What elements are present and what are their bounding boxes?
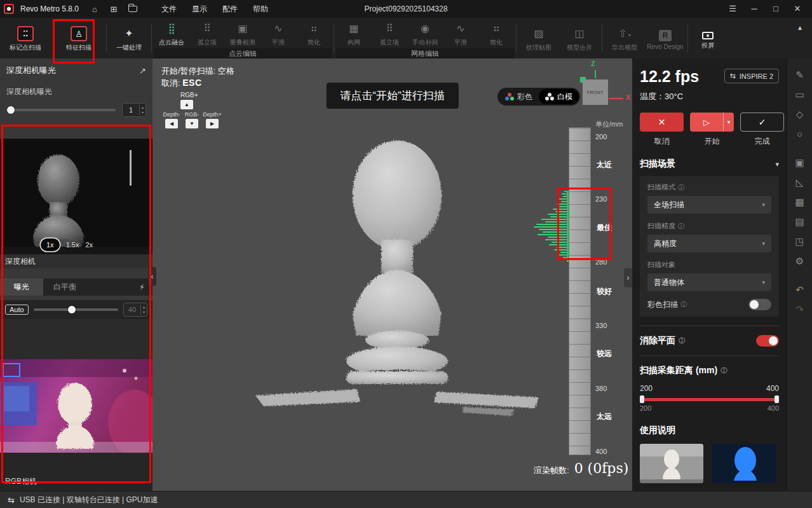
texture-map-button[interactable]: ▨ 纹理贴图 bbox=[518, 24, 559, 52]
open-folder-icon[interactable] bbox=[125, 2, 141, 16]
app-logo-icon bbox=[4, 4, 14, 14]
temperature-row: 温度：30°C bbox=[640, 91, 779, 102]
distance-max-sublabel: 400 bbox=[768, 404, 779, 412]
polygon-select-icon[interactable]: ◇ bbox=[796, 109, 804, 120]
scan-mode-select[interactable]: 全场扫描 ▾ bbox=[647, 196, 771, 214]
spinner-up-icon[interactable]: ▴ bbox=[140, 105, 145, 110]
pc-overlap-button[interactable]: ▣ 重叠检测 bbox=[225, 19, 261, 47]
clipboard-icon[interactable]: ▤ bbox=[795, 217, 804, 227]
cast-screen-button[interactable]: 投屏 bbox=[690, 26, 726, 50]
scan-scene-title: 扫描场景 bbox=[640, 158, 675, 170]
zoom-2x-button[interactable]: 2x bbox=[85, 238, 93, 251]
toolbar-collapse-icon[interactable]: ▴ bbox=[788, 18, 812, 37]
close-button[interactable]: ✕ bbox=[787, 0, 808, 18]
feature-scan-button[interactable]: ♙ 特征扫描 bbox=[58, 24, 99, 52]
undo-icon[interactable]: ↶ bbox=[795, 285, 804, 295]
minimize-button[interactable]: ─ bbox=[743, 0, 765, 18]
marker-scan-button[interactable]: ⠭ 标记点扫描 bbox=[5, 24, 46, 52]
depth-exposure-sublabel: 深度相机曝光 bbox=[6, 86, 52, 97]
marker-scan-icon: ⠭ bbox=[17, 26, 34, 41]
device-badge[interactable]: ⇆ INSPIRE 2 bbox=[724, 69, 779, 83]
menu-file[interactable]: 文件 bbox=[154, 1, 184, 17]
tab-white-balance[interactable]: 白平衡 bbox=[43, 278, 86, 296]
tab-exposure[interactable]: 曝光 bbox=[0, 278, 43, 296]
depth-exposure-slider[interactable] bbox=[6, 109, 116, 111]
mesh-build-button[interactable]: ▦ 构网 bbox=[336, 19, 372, 47]
cancel-scan-button[interactable]: ✕ bbox=[640, 113, 684, 132]
scan-scene-header[interactable]: 扫描场景 ▾ bbox=[640, 158, 779, 170]
lasso-select-icon[interactable]: ✎ bbox=[795, 70, 804, 80]
color-scan-toggle[interactable] bbox=[748, 299, 771, 310]
dpad-right-button[interactable]: ▶ bbox=[206, 119, 219, 128]
export-model-button[interactable]: ⇧▾ 导出模型 bbox=[604, 24, 645, 52]
pc-smooth-button[interactable]: ∿ 平滑 bbox=[261, 19, 296, 47]
menu-display[interactable]: 显示 bbox=[184, 1, 215, 17]
rgb-exposure-slider[interactable] bbox=[34, 308, 118, 311]
distance-max-handle[interactable] bbox=[775, 395, 779, 403]
start-more-icon[interactable]: ▾ bbox=[723, 113, 734, 132]
dpad-up-button[interactable]: ▲ bbox=[180, 100, 193, 109]
triangle-cut-icon[interactable]: ◺ bbox=[796, 177, 804, 188]
render-frame-counter: 渲染帧数: 0 (0fps) bbox=[534, 460, 628, 476]
crop-plane-icon[interactable]: ▣ bbox=[795, 158, 804, 168]
turntable-settings-icon[interactable]: ⚙ bbox=[795, 256, 804, 266]
ellipse-select-icon[interactable]: ○ bbox=[797, 129, 802, 139]
popout-icon[interactable]: ↗ bbox=[139, 66, 146, 76]
distance-min-handle[interactable] bbox=[640, 395, 644, 403]
rgb-exposure-knob[interactable] bbox=[68, 306, 76, 313]
pc-simplify-button[interactable]: ⠶ 简化 bbox=[296, 19, 332, 47]
complete-scan-button[interactable]: ✓ bbox=[740, 113, 784, 132]
remove-plane-label: 消除平面 bbox=[640, 335, 675, 347]
zoom-1x-button[interactable]: 1x bbox=[41, 238, 60, 251]
mesh-fill-hole-button[interactable]: ◉ 手动补洞 bbox=[407, 19, 443, 47]
scan-object-select[interactable]: 普通物体 ▾ bbox=[647, 273, 771, 291]
viewport-3d[interactable]: 开始/暂停扫描: 空格 取消: ESC RGB+ ▲ Depth- ◀ RGB-… bbox=[152, 58, 632, 491]
start-scan-button[interactable]: ▷ ▾ bbox=[690, 113, 734, 132]
mesh-isolated-button[interactable]: ⠿ 孤立项 bbox=[372, 19, 407, 47]
mesh-group: ▦ 构网 ⠿ 孤立项 ◉ 手动补洞 ∿ 平滑 ⠶ 简化 网格编辑 bbox=[336, 18, 514, 58]
texture-edit-icon[interactable]: ▦ bbox=[795, 197, 804, 207]
project-title: Project09292025104328 bbox=[365, 0, 448, 18]
distance-track[interactable] bbox=[640, 395, 779, 403]
revo-design-button[interactable]: R Revo Design bbox=[645, 26, 686, 50]
maximize-button[interactable]: □ bbox=[765, 0, 787, 18]
one-click-process-button[interactable]: ✦ 一键处理 bbox=[109, 24, 149, 52]
rect-select-icon[interactable]: ▭ bbox=[795, 90, 804, 100]
toggle-white-option[interactable]: 白模 bbox=[539, 89, 579, 104]
spinner-up-icon[interactable]: ▴ bbox=[141, 305, 147, 310]
duplicate-icon[interactable]: ◳ bbox=[795, 237, 804, 247]
new-project-icon[interactable]: ⊞ bbox=[105, 2, 122, 16]
app-name: Revo Metro 5.8.0 bbox=[20, 4, 79, 13]
tune-icon[interactable]: ☰ bbox=[722, 0, 743, 18]
depth-exposure-knob[interactable] bbox=[7, 106, 15, 114]
dpad-down-button[interactable]: ▼ bbox=[186, 119, 198, 128]
zoom-1-5x-button[interactable]: 1.5x bbox=[66, 238, 79, 251]
connection-status-text: USB 已连接 | 双轴转台已连接 | GPU加速 bbox=[20, 495, 158, 505]
spinner-down-icon[interactable]: ▾ bbox=[140, 110, 145, 115]
hist-tick: 230 bbox=[595, 195, 621, 203]
spinner-down-icon[interactable]: ▾ bbox=[141, 310, 147, 315]
model-merge-button[interactable]: ◫ 模型合并 bbox=[559, 24, 600, 52]
mesh-smooth-button[interactable]: ∿ 平滑 bbox=[443, 19, 478, 47]
home-icon[interactable]: ⌂ bbox=[86, 2, 103, 16]
usage-photo-thumbnail[interactable] bbox=[640, 444, 703, 483]
menu-help[interactable]: 帮助 bbox=[245, 1, 276, 17]
depth-histogram-ruler bbox=[569, 127, 591, 455]
pc-fusion-button[interactable]: ⣿ 点云融合 bbox=[154, 19, 189, 47]
toolbar: ⠭ 标记点扫描 ♙ 特征扫描 ✦ 一键处理 ⣿ 点云融合 ⠿ 孤立项 bbox=[0, 18, 812, 58]
menu-accessories[interactable]: 配件 bbox=[215, 1, 245, 17]
view-cube[interactable]: FRONT bbox=[583, 79, 608, 105]
collapse-left-panel-handle[interactable]: ‹ bbox=[148, 267, 156, 286]
dpad-left-button[interactable]: ◀ bbox=[165, 119, 178, 128]
remove-plane-toggle[interactable] bbox=[756, 335, 779, 347]
usage-model-thumbnail[interactable] bbox=[712, 444, 776, 483]
collapse-right-panel-handle[interactable]: › bbox=[624, 268, 632, 287]
auto-exposure-button[interactable]: Auto bbox=[5, 305, 29, 315]
view-cube-front-label: FRONT bbox=[587, 90, 604, 95]
redo-icon[interactable]: ↷ bbox=[795, 305, 804, 315]
mesh-simplify-button[interactable]: ⠶ 简化 bbox=[478, 19, 514, 47]
toggle-color-option[interactable]: 彩色 bbox=[499, 89, 539, 104]
scan-accuracy-select[interactable]: 高精度 ▾ bbox=[647, 235, 771, 252]
hist-zone: 较好 bbox=[597, 286, 622, 297]
pc-isolated-button[interactable]: ⠿ 孤立项 bbox=[189, 19, 225, 47]
